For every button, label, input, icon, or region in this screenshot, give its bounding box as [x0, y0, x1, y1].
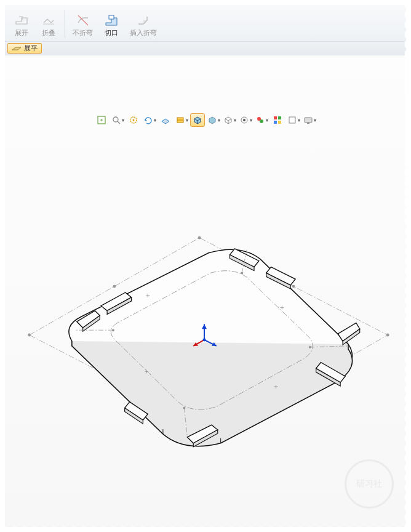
svg-point-27: [292, 285, 295, 288]
no-bend-label: 不折弯: [73, 29, 93, 36]
collapse-button: 折叠: [36, 7, 62, 40]
cut-icon: [103, 12, 120, 29]
svg-point-24: [386, 334, 389, 337]
svg-point-23: [198, 236, 201, 240]
no-bend-button: 不折弯: [68, 7, 97, 40]
insert-bend-icon: [135, 12, 152, 29]
svg-point-44: [203, 339, 206, 342]
svg-rect-2: [109, 15, 114, 19]
model-view: [5, 55, 406, 527]
expand-icon: [13, 12, 30, 29]
viewport-3d[interactable]: ▾ ▾ ▾ ▾ ▾ ▾ ▾ ▾ ▾: [5, 55, 406, 527]
flatten-button[interactable]: 展平: [7, 43, 42, 54]
svg-point-3: [143, 20, 146, 23]
flatten-icon: [12, 45, 22, 52]
secondary-ribbon: 展平: [5, 42, 406, 55]
expand-button: 展开: [9, 7, 34, 40]
collapse-label: 折叠: [42, 29, 55, 36]
ribbon-separator: [65, 10, 65, 38]
no-bend-icon: [74, 12, 92, 29]
svg-rect-0: [43, 23, 54, 25]
svg-point-22: [28, 334, 31, 337]
collapse-icon: [40, 12, 57, 29]
cut-button[interactable]: 切口: [98, 7, 124, 40]
insert-bend-label: 插入折弯: [130, 29, 157, 36]
cut-label: 切口: [105, 29, 118, 36]
expand-label: 展开: [15, 29, 28, 36]
insert-bend-button: 插入折弯: [126, 7, 161, 40]
svg-point-26: [113, 285, 116, 288]
ribbon-toolbar: 展开 折叠 不折弯 切口 插入折弯: [5, 5, 406, 42]
flatten-label: 展平: [24, 44, 38, 53]
